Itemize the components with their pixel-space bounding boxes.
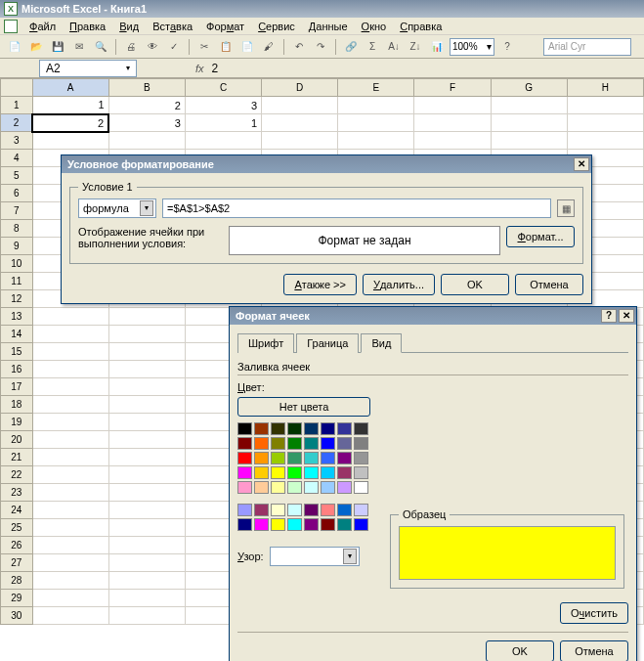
cancel-button[interactable]: Отмена [560, 640, 628, 661]
row-header[interactable]: 6 [1, 185, 33, 202]
row-header[interactable]: 15 [1, 343, 33, 361]
color-swatch[interactable] [254, 437, 269, 450]
cell[interactable] [108, 572, 185, 590]
mail-icon[interactable]: ✉ [70, 38, 88, 56]
zoom-combo[interactable]: 100%▾ [450, 38, 494, 56]
color-swatch[interactable] [337, 422, 352, 435]
font-combo[interactable]: Arial Cyr [543, 38, 631, 56]
color-swatch[interactable] [271, 422, 285, 435]
cell[interactable] [32, 484, 108, 502]
color-swatch[interactable] [254, 504, 269, 516]
preview-icon[interactable]: 👁 [144, 38, 161, 56]
spell-icon[interactable]: ✓ [165, 38, 183, 56]
row-header[interactable]: 3 [1, 132, 33, 150]
tab-border[interactable]: Граница [296, 333, 359, 353]
cell[interactable] [32, 502, 108, 519]
color-swatch[interactable] [271, 466, 285, 479]
color-swatch[interactable] [304, 466, 319, 479]
link-icon[interactable]: 🔗 [342, 38, 360, 56]
color-swatch[interactable] [354, 518, 368, 531]
row-header[interactable]: 20 [1, 431, 33, 449]
cell[interactable] [108, 502, 185, 519]
row-header[interactable]: 18 [1, 396, 33, 414]
color-swatch[interactable] [321, 518, 335, 531]
fx-label[interactable]: fx [195, 63, 204, 74]
cell[interactable] [32, 519, 108, 537]
color-swatch[interactable] [304, 518, 319, 531]
cell[interactable] [32, 607, 108, 625]
color-swatch[interactable] [254, 422, 269, 435]
search-icon[interactable]: 🔍 [92, 38, 109, 56]
color-swatch[interactable] [304, 504, 319, 516]
color-swatch[interactable] [287, 437, 302, 450]
cell[interactable] [185, 132, 261, 150]
row-header[interactable]: 30 [1, 607, 33, 625]
sort-asc-icon[interactable]: A↓ [385, 38, 403, 56]
save-icon[interactable]: 💾 [49, 38, 66, 56]
col-header[interactable]: B [108, 79, 185, 97]
cell[interactable] [32, 554, 108, 572]
col-header[interactable]: C [185, 79, 261, 97]
sort-desc-icon[interactable]: Z↓ [407, 38, 424, 56]
cell[interactable] [108, 590, 185, 607]
close-icon[interactable]: ✕ [574, 157, 589, 171]
color-swatch[interactable] [354, 481, 368, 494]
range-picker-icon[interactable]: ▦ [557, 199, 575, 217]
color-swatch[interactable] [271, 504, 285, 516]
cell[interactable] [108, 396, 185, 414]
row-header[interactable]: 23 [1, 484, 33, 502]
cell[interactable] [32, 537, 108, 554]
color-swatch[interactable] [271, 518, 285, 531]
col-header[interactable]: H [567, 79, 643, 97]
row-header[interactable]: 1 [1, 97, 33, 114]
color-swatch[interactable] [237, 481, 252, 494]
add-condition-button[interactable]: А также >> [283, 274, 357, 295]
cell[interactable] [108, 484, 185, 502]
delete-button[interactable]: Удалить... [363, 274, 435, 295]
cell[interactable] [32, 396, 108, 414]
undo-icon[interactable]: ↶ [290, 38, 308, 56]
cell[interactable] [32, 378, 108, 396]
color-swatch[interactable] [271, 452, 285, 464]
menu-window[interactable]: Окно [356, 19, 393, 34]
format-button[interactable]: Формат... [506, 226, 575, 247]
color-swatch[interactable] [304, 422, 319, 435]
menu-file[interactable]: Файл [23, 19, 62, 34]
cell[interactable] [491, 97, 567, 114]
help-icon[interactable]: ? [498, 38, 516, 56]
cell[interactable] [108, 466, 185, 484]
menu-tools[interactable]: Сервис [252, 19, 301, 34]
cell[interactable] [108, 537, 185, 554]
col-header[interactable]: D [262, 79, 338, 97]
print-icon[interactable]: 🖨 [122, 38, 140, 56]
cell[interactable] [414, 114, 491, 132]
row-header[interactable]: 21 [1, 449, 33, 466]
redo-icon[interactable]: ↷ [312, 38, 329, 56]
color-swatch[interactable] [237, 466, 252, 479]
paste-icon[interactable]: 📄 [238, 38, 256, 56]
cell[interactable] [108, 607, 185, 625]
cell[interactable]: 2 [108, 97, 185, 114]
menu-data[interactable]: Данные [303, 19, 354, 34]
close-icon[interactable]: ✕ [619, 309, 634, 323]
fx-value[interactable]: 2 [212, 62, 219, 75]
row-header[interactable]: 9 [1, 238, 33, 255]
cell[interactable] [338, 97, 414, 114]
cell[interactable] [32, 572, 108, 590]
cell[interactable] [491, 114, 567, 132]
color-swatch[interactable] [237, 422, 252, 435]
color-swatch[interactable] [271, 481, 285, 494]
color-swatch[interactable] [321, 437, 335, 450]
cell[interactable] [32, 343, 108, 361]
row-header[interactable]: 14 [1, 326, 33, 343]
cell[interactable] [262, 114, 338, 132]
color-swatch[interactable] [304, 481, 319, 494]
cell[interactable] [32, 308, 108, 326]
menu-view[interactable]: Вид [113, 19, 145, 34]
sum-icon[interactable]: Σ [364, 38, 381, 56]
row-header[interactable]: 29 [1, 590, 33, 607]
color-swatch[interactable] [337, 481, 352, 494]
col-header[interactable]: F [414, 79, 491, 97]
color-swatch[interactable] [304, 452, 319, 464]
cell[interactable]: 2 [32, 114, 108, 132]
